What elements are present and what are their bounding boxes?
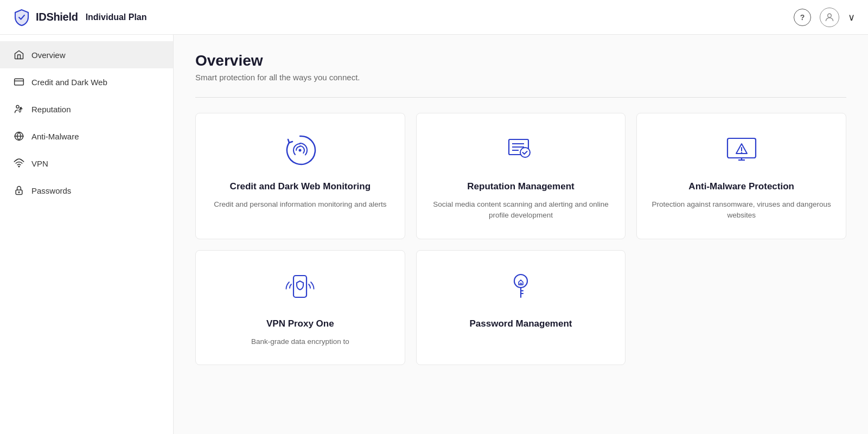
sidebar-item-anti-malware[interactable]: Anti-Malware xyxy=(0,123,173,150)
dropdown-chevron-button[interactable]: ∨ xyxy=(848,11,855,23)
card-credit-desc: Credit and personal information monitori… xyxy=(214,199,386,210)
header-left: IDShield Individual Plan xyxy=(13,9,147,26)
header: IDShield Individual Plan ? ∨ xyxy=(0,0,868,35)
home-icon xyxy=(13,49,25,61)
page-title: Overview xyxy=(195,52,846,69)
sidebar-label-reputation: Reputation xyxy=(31,105,71,114)
svg-point-7 xyxy=(18,192,20,193)
person-shield-icon xyxy=(13,103,25,115)
sidebar-label-antimalware: Anti-Malware xyxy=(31,132,79,141)
doc-check-icon xyxy=(501,131,540,170)
card-reputation-title: Reputation Management xyxy=(467,181,574,193)
card-reputation[interactable]: Reputation Management Social media conte… xyxy=(416,113,626,239)
card-credit-title: Credit and Dark Web Monitoring xyxy=(230,181,371,193)
sidebar-label-credit: Credit and Dark Web xyxy=(31,78,107,87)
help-button[interactable]: ? xyxy=(794,9,811,26)
card-antimalware-title: Anti-Malware Protection xyxy=(688,181,794,193)
phone-shield-icon xyxy=(280,268,320,307)
avatar-button[interactable] xyxy=(820,8,839,27)
lock-icon xyxy=(13,184,25,196)
svg-point-3 xyxy=(16,105,19,108)
svg-point-18 xyxy=(741,152,742,154)
card-reputation-desc: Social media content scanning and alerti… xyxy=(430,199,612,221)
brand-name: IDShield xyxy=(36,11,78,23)
sidebar-item-overview[interactable]: Overview xyxy=(0,41,173,68)
card-antimalware-desc: Protection against ransomware, viruses a… xyxy=(650,199,833,221)
svg-rect-1 xyxy=(15,79,24,85)
card-passwords[interactable]: Password Management xyxy=(416,250,626,365)
fingerprint-icon xyxy=(280,131,320,170)
layout: Overview Credit and Dark Web Reputat xyxy=(0,35,868,434)
card-passwords-title: Password Management xyxy=(470,318,572,330)
user-icon xyxy=(824,12,835,23)
card-vpn-title: VPN Proxy One xyxy=(266,318,334,330)
section-divider xyxy=(195,97,846,98)
globe-icon xyxy=(13,130,25,142)
sidebar: Overview Credit and Dark Web Reputat xyxy=(0,35,174,434)
sidebar-label-overview: Overview xyxy=(31,50,66,60)
monitor-warning-icon xyxy=(722,131,761,170)
card-vpn-desc: Bank-grade data encryption to xyxy=(251,336,349,347)
card-vpn[interactable]: VPN Proxy One Bank-grade data encryption… xyxy=(195,250,405,365)
svg-rect-19 xyxy=(293,276,307,297)
sidebar-item-reputation[interactable]: Reputation xyxy=(0,95,173,123)
svg-point-0 xyxy=(828,14,832,17)
sidebar-item-vpn[interactable]: VPN xyxy=(0,150,173,177)
plan-name: Individual Plan xyxy=(86,12,147,22)
credit-card-icon xyxy=(13,76,25,88)
svg-point-8 xyxy=(299,149,302,152)
svg-rect-21 xyxy=(520,283,521,285)
wifi-icon xyxy=(13,157,25,169)
cards-grid-bottom: VPN Proxy One Bank-grade data encryption… xyxy=(195,250,846,365)
idshield-logo-icon xyxy=(13,9,30,26)
page-subtitle: Smart protection for all the ways you co… xyxy=(195,73,846,82)
card-anti-malware[interactable]: Anti-Malware Protection Protection again… xyxy=(636,113,846,239)
main-content: Overview Smart protection for all the wa… xyxy=(174,35,868,434)
svg-point-5 xyxy=(18,166,20,167)
svg-point-13 xyxy=(520,148,530,157)
cards-grid-top: Credit and Dark Web Monitoring Credit an… xyxy=(195,113,846,239)
header-right: ? ∨ xyxy=(794,8,855,27)
sidebar-item-passwords[interactable]: Passwords xyxy=(0,177,173,204)
key-icon xyxy=(501,268,540,307)
sidebar-label-passwords: Passwords xyxy=(31,186,71,195)
svg-point-20 xyxy=(514,275,527,288)
card-credit-dark-web[interactable]: Credit and Dark Web Monitoring Credit an… xyxy=(195,113,405,239)
sidebar-label-vpn: VPN xyxy=(31,159,48,168)
sidebar-item-credit-dark-web[interactable]: Credit and Dark Web xyxy=(0,68,173,95)
